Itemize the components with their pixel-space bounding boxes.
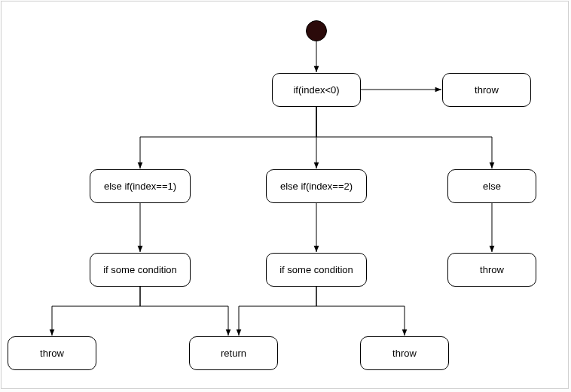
node-else: else	[447, 169, 536, 203]
node-label: throw	[392, 348, 417, 359]
node-throw-top: throw	[442, 73, 531, 107]
edge-if-to-elseif1	[140, 107, 316, 169]
edge-condL-to-throw	[52, 287, 140, 336]
flowchart-canvas: if(index<0) throw else if(index==1) else…	[1, 1, 569, 389]
node-label: if some condition	[103, 264, 177, 275]
node-return: return	[189, 336, 278, 370]
node-label: throw	[40, 348, 64, 359]
node-if-index-lt0: if(index<0)	[272, 73, 361, 107]
node-if-some-condition-left: if some condition	[90, 253, 191, 287]
edge-if-to-else	[316, 107, 492, 169]
edge-condM-to-throw	[316, 287, 405, 336]
node-elseif-1: else if(index==1)	[90, 169, 191, 203]
node-throw-bottom-left: throw	[8, 336, 96, 370]
edge-condL-to-return	[140, 287, 228, 336]
node-label: if(index<0)	[293, 84, 339, 96]
node-elseif-2: else if(index==2)	[266, 169, 367, 203]
node-label: throw	[475, 84, 499, 96]
node-label: else	[483, 181, 501, 192]
node-label: return	[221, 348, 246, 359]
node-throw-right: throw	[447, 253, 536, 287]
edge-condM-to-return	[239, 287, 316, 336]
start-node	[306, 20, 327, 41]
node-label: else if(index==2)	[280, 181, 353, 192]
node-label: throw	[480, 264, 504, 275]
node-label: else if(index==1)	[104, 181, 176, 192]
node-if-some-condition-mid: if some condition	[266, 253, 367, 287]
node-label: if some condition	[279, 264, 353, 275]
node-throw-bottom-right: throw	[360, 336, 449, 370]
